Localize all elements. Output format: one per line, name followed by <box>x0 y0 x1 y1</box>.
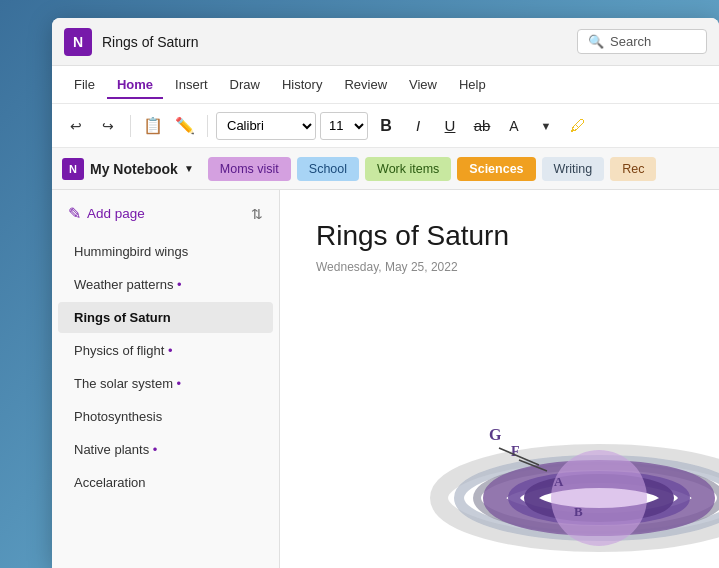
menu-view[interactable]: View <box>399 71 447 98</box>
menu-draw[interactable]: Draw <box>220 71 270 98</box>
page-date: Wednesday, May 25, 2022 <box>316 260 683 274</box>
strikethrough-button[interactable]: ab <box>468 112 496 140</box>
font-size-selector[interactable]: 11 <box>320 112 368 140</box>
bold-button[interactable]: B <box>372 112 400 140</box>
clipboard-button[interactable]: 📋 <box>139 112 167 140</box>
toolbar: ↩ ↪ 📋 ✏️ Calibri 11 B I U ab A ▼ 🖊 <box>52 104 719 148</box>
app-window: N Rings of Saturn 🔍 Search File Home Ins… <box>52 18 719 568</box>
search-label: Search <box>610 34 651 49</box>
menubar: File Home Insert Draw History Review Vie… <box>52 66 719 104</box>
tab-sciences[interactable]: Sciences <box>457 157 535 181</box>
add-page-label: Add page <box>87 206 145 221</box>
sidebar: ✎ Add page ⇅ Hummingbird wings Weather p… <box>52 190 280 568</box>
menu-help[interactable]: Help <box>449 71 496 98</box>
toolbar-separator-1 <box>130 115 131 137</box>
page-title: Rings of Saturn <box>316 220 683 252</box>
notebook-chevron: ▼ <box>184 163 194 174</box>
sidebar-item-hummingbird[interactable]: Hummingbird wings <box>58 236 273 267</box>
highlight-button[interactable]: 🖊 <box>564 112 592 140</box>
notebook-bar: N My Notebook ▼ Moms visit School Work i… <box>52 148 719 190</box>
font-selector[interactable]: Calibri <box>216 112 316 140</box>
saturn-diagram: G F A B <box>399 368 719 568</box>
add-page-row[interactable]: ✎ Add page ⇅ <box>52 198 279 229</box>
format-painter-button[interactable]: ✏️ <box>171 112 199 140</box>
titlebar: N Rings of Saturn 🔍 Search <box>52 18 719 66</box>
notebook-name-label: My Notebook <box>90 161 178 177</box>
tab-work-items[interactable]: Work items <box>365 157 451 181</box>
titlebar-title: Rings of Saturn <box>102 34 577 50</box>
add-page-icon: ✎ <box>68 204 81 223</box>
menu-insert[interactable]: Insert <box>165 71 218 98</box>
dot-native: • <box>153 442 158 457</box>
underline-button[interactable]: U <box>436 112 464 140</box>
content-area: ✎ Add page ⇅ Hummingbird wings Weather p… <box>52 190 719 568</box>
sort-icon[interactable]: ⇅ <box>251 206 263 222</box>
sidebar-item-rings[interactable]: Rings of Saturn <box>58 302 273 333</box>
dot-solar: • <box>177 376 182 391</box>
redo-button[interactable]: ↪ <box>94 112 122 140</box>
menu-history[interactable]: History <box>272 71 332 98</box>
app-icon: N <box>64 28 92 56</box>
search-box[interactable]: 🔍 Search <box>577 29 707 54</box>
font-color-button[interactable]: A <box>500 112 528 140</box>
page-content: Rings of Saturn Wednesday, May 25, 2022 <box>280 190 719 568</box>
search-icon: 🔍 <box>588 34 604 49</box>
sidebar-item-weather[interactable]: Weather patterns • <box>58 269 273 300</box>
toolbar-separator-2 <box>207 115 208 137</box>
dot-weather: • <box>177 277 182 292</box>
menu-home[interactable]: Home <box>107 71 163 98</box>
sidebar-item-solar[interactable]: The solar system • <box>58 368 273 399</box>
dot-physics: • <box>168 343 173 358</box>
sidebar-item-physics[interactable]: Physics of flight • <box>58 335 273 366</box>
undo-button[interactable]: ↩ <box>62 112 90 140</box>
tab-moms-visit[interactable]: Moms visit <box>208 157 291 181</box>
tab-writing[interactable]: Writing <box>542 157 605 181</box>
more-format-button[interactable]: ▼ <box>532 112 560 140</box>
sidebar-item-photosynthesis[interactable]: Photosynthesis <box>58 401 273 432</box>
menu-file[interactable]: File <box>64 71 105 98</box>
tab-school[interactable]: School <box>297 157 359 181</box>
sidebar-item-acceleration[interactable]: Accelaration <box>58 467 273 498</box>
svg-text:A: A <box>554 474 564 489</box>
sidebar-item-native[interactable]: Native plants • <box>58 434 273 465</box>
notebook-selector[interactable]: N My Notebook ▼ <box>62 158 194 180</box>
italic-button[interactable]: I <box>404 112 432 140</box>
svg-text:B: B <box>574 504 583 519</box>
notebook-icon: N <box>62 158 84 180</box>
svg-text:G: G <box>489 426 502 443</box>
svg-point-6 <box>551 450 647 546</box>
tab-rec[interactable]: Rec <box>610 157 656 181</box>
menu-review[interactable]: Review <box>334 71 397 98</box>
